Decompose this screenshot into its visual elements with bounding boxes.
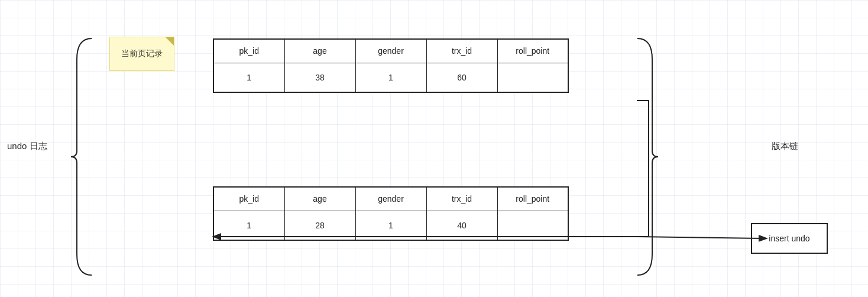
undo-label: undo 日志 — [7, 141, 47, 152]
insert-undo-box: insert undo — [751, 223, 828, 254]
bottom-table-header-trxid: trx_id — [426, 187, 497, 211]
bottom-table-cell-trxid: 40 — [426, 211, 497, 240]
top-table-wrapper: pk_id age gender trx_id roll_point 1 38 … — [213, 38, 569, 93]
top-table-header-age: age — [284, 39, 355, 63]
version-chain-label: 版本链 — [772, 141, 798, 152]
bottom-table-cell-gender: 1 — [355, 211, 426, 240]
top-table-cell-age: 38 — [284, 63, 355, 92]
bottom-table-wrapper: pk_id age gender trx_id roll_point 1 28 … — [213, 186, 569, 241]
top-table-header-gender: gender — [355, 39, 426, 63]
insert-undo-label: insert undo — [769, 234, 809, 243]
bottom-table-header-age: age — [284, 187, 355, 211]
top-table-cell-rollpoint — [497, 63, 568, 92]
bottom-table-cell-pkid: 1 — [213, 211, 284, 240]
bottom-table-cell-rollpoint — [497, 211, 568, 240]
top-table: pk_id age gender trx_id roll_point 1 38 … — [213, 38, 569, 93]
bottom-table-header-rollpoint: roll_point — [497, 187, 568, 211]
top-table-cell-trxid: 60 — [426, 63, 497, 92]
top-table-cell-gender: 1 — [355, 63, 426, 92]
bottom-table: pk_id age gender trx_id roll_point 1 28 … — [213, 186, 569, 241]
top-table-header-rollpoint: roll_point — [497, 39, 568, 63]
sticky-note-label: 当前页记录 — [121, 49, 163, 59]
bottom-table-cell-age: 28 — [284, 211, 355, 240]
sticky-note: 当前页记录 — [109, 37, 174, 71]
top-table-header-pkid: pk_id — [213, 39, 284, 63]
svg-line-0 — [637, 237, 766, 238]
top-table-cell-pkid: 1 — [213, 63, 284, 92]
top-table-header-trxid: trx_id — [426, 39, 497, 63]
bottom-table-header-gender: gender — [355, 187, 426, 211]
bottom-table-header-pkid: pk_id — [213, 187, 284, 211]
